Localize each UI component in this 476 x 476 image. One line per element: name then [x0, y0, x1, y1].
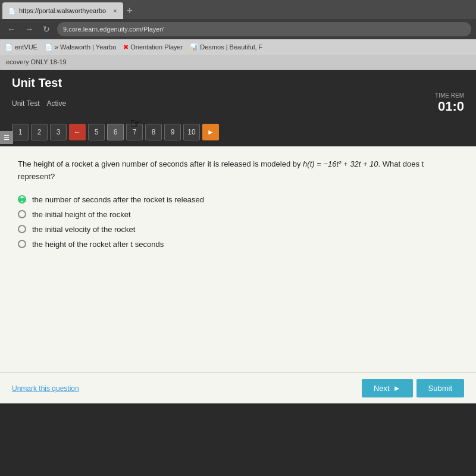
q-btn-4-flagged[interactable]: ←	[69, 124, 86, 140]
time-remaining: TIME REM 01:0	[435, 92, 464, 114]
address-bar-row: ← → ↻ 9.core.learn.edgenuity.com/Player/	[0, 19, 476, 39]
question-area: The height of a rocket a given number of…	[0, 146, 476, 372]
time-value: 01:0	[435, 99, 464, 114]
q-btn-9[interactable]: 9	[164, 124, 181, 140]
bookmark-label-2: » Walsworth | Yearbo	[55, 43, 116, 51]
address-bar[interactable]: 9.core.learn.edgenuity.com/Player/	[57, 22, 471, 36]
q-btn-5[interactable]: 5	[88, 124, 105, 140]
address-text: 9.core.learn.edgenuity.com/Player/	[63, 26, 164, 33]
answer-text-c: the initial velocity of the rocket	[32, 225, 135, 234]
q-btn-7[interactable]: 7	[126, 124, 143, 140]
answer-option-a[interactable]: the number of seconds after the rocket i…	[18, 195, 458, 204]
q-btn-6-current[interactable]: 6	[107, 124, 124, 140]
bookmark-icon-3: ✖	[123, 43, 129, 51]
question-text-before: The height of a rocket a given number of…	[18, 159, 303, 168]
radio-c[interactable]	[18, 225, 26, 233]
test-label: Unit Test	[12, 99, 39, 108]
answer-option-c[interactable]: the initial velocity of the rocket	[18, 225, 458, 234]
next-button[interactable]: Next ►	[362, 379, 413, 397]
bookmark-icon-2: 📄	[45, 43, 53, 51]
tab-icon: 📄	[8, 8, 15, 14]
sidebar-icon-1[interactable]: ☰	[0, 131, 13, 144]
bookmark-label-4: Desmos | Beautiful, F	[200, 43, 262, 51]
page-label-text: ecovery ONLY 18-19	[6, 58, 67, 65]
test-container: Unit Test Unit Test Active TIME REM 01:0…	[0, 70, 476, 146]
next-arrow-icon: ►	[393, 384, 401, 393]
unmark-link[interactable]: Unmark this question	[12, 384, 79, 393]
back-button[interactable]: ←	[5, 23, 18, 35]
tab-close-btn[interactable]: ×	[113, 7, 117, 14]
bookmark-label-3: Orientation Player	[130, 43, 183, 51]
page-label: ecovery ONLY 18-19	[0, 55, 476, 70]
test-header: Unit Test Unit Test Active TIME REM 01:0	[0, 70, 476, 120]
bookmark-walsworth[interactable]: 📄 » Walsworth | Yearbo	[45, 43, 116, 51]
bookmark-orientation[interactable]: ✖ Orientation Player	[123, 43, 183, 51]
question-formula: h(t) = −16t² + 32t + 10	[303, 159, 378, 168]
answer-option-d[interactable]: the height of the rocket after t seconds	[18, 240, 458, 249]
answer-options: the number of seconds after the rocket i…	[18, 195, 458, 249]
radio-b[interactable]	[18, 210, 26, 218]
bookmark-icon-4: 📊	[190, 43, 198, 51]
bookmarks-bar: 📄 entVUE 📄 » Walsworth | Yearbo ✖ Orient…	[0, 39, 476, 55]
answer-text-b: the initial height of the rocket	[32, 210, 131, 219]
q-btn-2[interactable]: 2	[31, 124, 48, 140]
q-btn-8[interactable]: 8	[145, 124, 162, 140]
test-status: Active	[46, 99, 66, 108]
answer-text-d: the height of the rocket after t seconds	[32, 240, 164, 249]
question-text-after: . What does t	[378, 159, 424, 168]
tab-bar: 📄 https://portal.walsworthyearbo × +	[0, 0, 476, 19]
tab-label: https://portal.walsworthyearbo	[19, 7, 106, 14]
q-btn-3[interactable]: 3	[50, 124, 67, 140]
bookmark-entvue[interactable]: 📄 entVUE	[5, 43, 37, 51]
answer-text-a: the number of seconds after the rocket i…	[32, 195, 204, 204]
time-label: TIME REM	[435, 92, 464, 99]
radio-a[interactable]	[18, 195, 26, 203]
bookmark-desmos[interactable]: 📊 Desmos | Beautiful, F	[190, 43, 262, 51]
refresh-button[interactable]: ↻	[40, 23, 52, 35]
test-subtitle-row: Unit Test Active TIME REM 01:0	[12, 92, 464, 114]
active-tab[interactable]: 📄 https://portal.walsworthyearbo ×	[2, 2, 123, 19]
submit-button[interactable]: Submit	[416, 379, 464, 397]
bottom-bar: Unmark this question Next ► Submit	[0, 372, 476, 403]
question-nav: 1 2 3 ← 5 6 7 8 9 10 ►	[0, 120, 476, 146]
bookmark-label-1: entVUE	[15, 43, 37, 51]
answer-option-b[interactable]: the initial height of the rocket	[18, 210, 458, 219]
q-btn-1[interactable]: 1	[12, 124, 29, 140]
forward-button[interactable]: →	[23, 23, 36, 35]
radio-d[interactable]	[18, 240, 26, 248]
q-btn-next-arrow[interactable]: ►	[202, 124, 219, 140]
action-buttons: Next ► Submit	[362, 379, 464, 397]
next-label: Next	[374, 384, 390, 393]
question-text-newline: represent?	[18, 172, 55, 181]
test-subtitle: Unit Test Active	[12, 99, 66, 108]
browser-chrome: 📄 https://portal.walsworthyearbo × + ← →…	[0, 0, 476, 55]
bookmark-icon-1: 📄	[5, 43, 13, 51]
new-tab-button[interactable]: +	[123, 5, 137, 17]
question-text: The height of a rocket a given number of…	[18, 158, 458, 183]
test-title: Unit Test	[12, 76, 464, 90]
q-btn-10[interactable]: 10	[183, 124, 200, 140]
